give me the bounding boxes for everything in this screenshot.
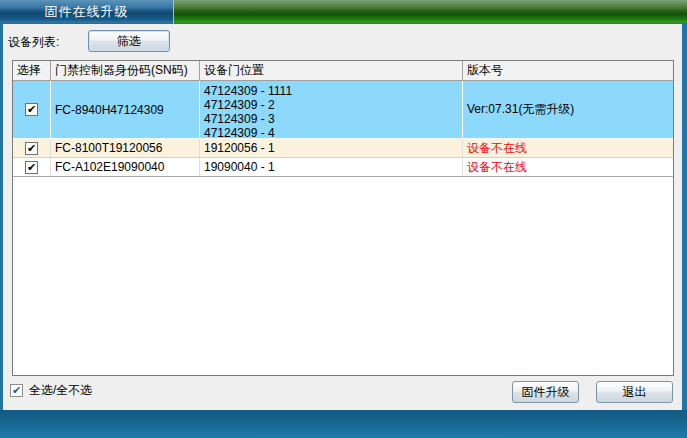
door-position-cell: 47124309 - 1111 47124309 - 2 47124309 - … (200, 81, 463, 138)
window-title: 固件在线升级 (45, 3, 129, 21)
table-row[interactable]: FC-8100T19120056 19120056 - 1 设备不在线 (13, 139, 673, 158)
select-all-checkbox[interactable] (10, 384, 23, 397)
table-row[interactable]: FC-8940H47124309 47124309 - 1111 4712430… (13, 81, 673, 139)
sn-cell: FC-8100T19120056 (51, 139, 200, 157)
version-cell: Ver:07.31(无需升级) (463, 81, 673, 138)
title-bar: 固件在线升级 (0, 0, 687, 24)
header-sn: 门禁控制器身份码(SN码) (51, 61, 200, 80)
header-door-position: 设备门位置 (200, 61, 463, 80)
firmware-upgrade-dialog: 固件在线升级 设备列表: 筛选 选择 门禁控制器身份码(SN码) 设备门位置 版… (0, 0, 687, 438)
header-select: 选择 (13, 61, 51, 80)
door-line: 47124309 - 2 (204, 98, 458, 112)
window-border-left (0, 24, 3, 410)
window-footer-band (0, 410, 687, 438)
filter-button[interactable]: 筛选 (88, 30, 170, 52)
sn-cell: FC-8940H47124309 (51, 81, 200, 138)
device-table: 选择 门禁控制器身份码(SN码) 设备门位置 版本号 FC-8940H47124… (12, 60, 674, 376)
row-checkbox-cell (13, 81, 51, 138)
version-cell: 设备不在线 (463, 139, 673, 157)
select-all-label: 全选/全不选 (29, 382, 92, 399)
door-line: 47124309 - 1111 (204, 84, 458, 98)
door-position-cell: 19120056 - 1 (200, 139, 463, 157)
window-border-right (682, 24, 687, 410)
select-all-wrap: 全选/全不选 (10, 382, 92, 399)
row-checkbox[interactable] (25, 142, 38, 155)
door-line: 47124309 - 3 (204, 112, 458, 126)
title-tab: 固件在线升级 (0, 0, 174, 24)
row-checkbox-cell (13, 139, 51, 157)
firmware-upgrade-button[interactable]: 固件升级 (512, 381, 579, 403)
table-row[interactable]: FC-A102E19090040 19090040 - 1 设备不在线 (13, 158, 673, 177)
device-list-label: 设备列表: (8, 34, 59, 51)
version-cell: 设备不在线 (463, 158, 673, 176)
row-checkbox[interactable] (25, 103, 38, 116)
table-header-row: 选择 门禁控制器身份码(SN码) 设备门位置 版本号 (13, 61, 673, 81)
door-position-cell: 19090040 - 1 (200, 158, 463, 176)
header-version: 版本号 (463, 61, 673, 80)
title-bar-fill (174, 0, 687, 24)
row-checkbox-cell (13, 158, 51, 176)
exit-button[interactable]: 退出 (596, 381, 673, 403)
row-checkbox[interactable] (25, 161, 38, 174)
sn-cell: FC-A102E19090040 (51, 158, 200, 176)
door-line: 47124309 - 4 (204, 126, 458, 140)
